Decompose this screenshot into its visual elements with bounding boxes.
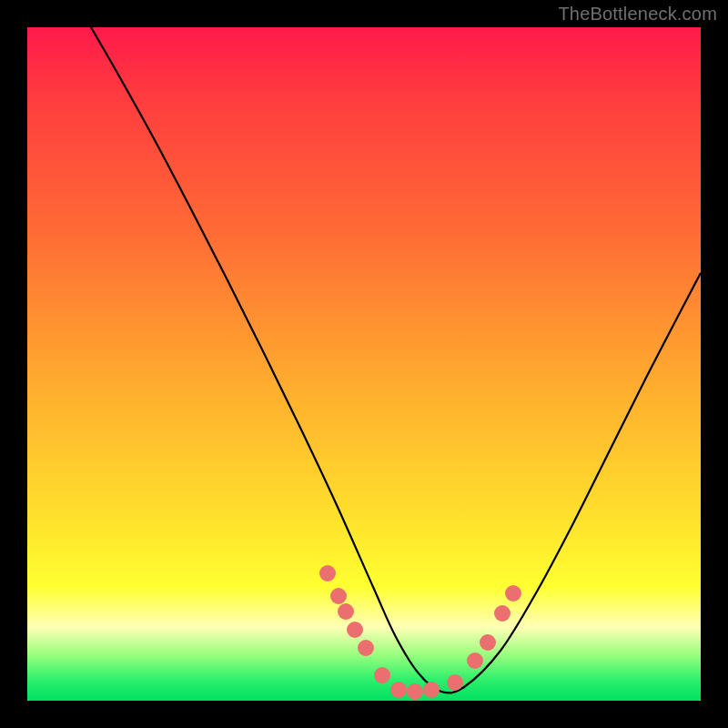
scatter-point (494, 605, 511, 622)
scatter-point (347, 622, 363, 638)
plot-area (27, 27, 701, 701)
scatter-point (390, 682, 407, 698)
scatter-point (374, 667, 390, 683)
scatter-point (480, 634, 496, 651)
scatter-point (338, 603, 354, 620)
chart-frame: TheBottleneck.com (0, 0, 728, 728)
scatter-markers (319, 565, 521, 700)
scatter-point (505, 585, 521, 602)
bottleneck-curve (91, 27, 701, 693)
scatter-point (447, 674, 463, 691)
chart-svg (27, 27, 701, 701)
scatter-point (407, 683, 423, 700)
scatter-point (467, 652, 483, 669)
scatter-point (330, 588, 347, 604)
scatter-point (358, 640, 374, 656)
scatter-point (423, 682, 440, 698)
scatter-point (319, 565, 336, 581)
attribution-label: TheBottleneck.com (558, 4, 717, 25)
